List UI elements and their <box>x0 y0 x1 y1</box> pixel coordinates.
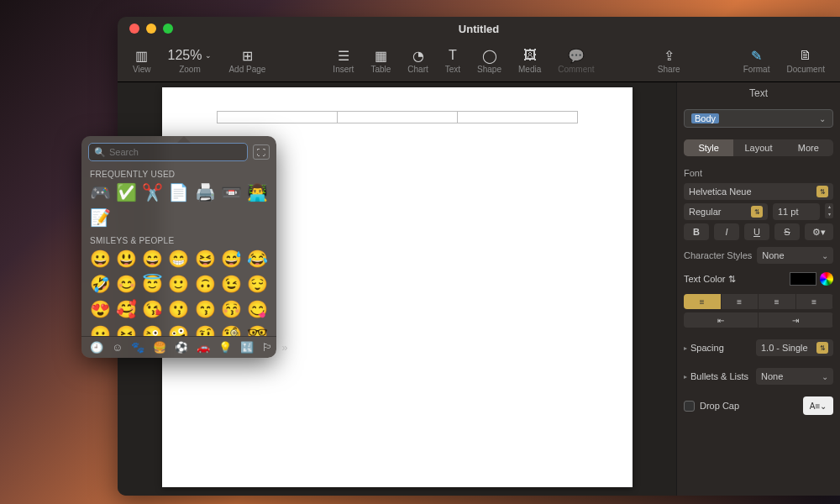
tab-symbols-icon[interactable]: 🔣 <box>240 341 254 354</box>
bold-button[interactable]: B <box>684 223 709 240</box>
drop-cap-checkbox[interactable] <box>684 401 695 412</box>
tab-travel-icon[interactable]: 🚗 <box>197 341 210 354</box>
text-color-swatch[interactable] <box>790 272 816 286</box>
tab-activity-icon[interactable]: ⚽ <box>175 341 188 354</box>
emoji-item[interactable]: 🤓 <box>247 324 268 336</box>
tab-recent-icon[interactable]: 🕘 <box>90 341 103 354</box>
character-styles-select[interactable]: None ⌄ <box>757 247 833 264</box>
emoji-item[interactable]: 📄 <box>168 182 189 202</box>
font-size-stepper[interactable]: ▴▾ <box>825 203 833 218</box>
spacing-select[interactable]: 1.0 - Single ⇅ <box>756 339 833 356</box>
font-size-field[interactable]: 11 pt <box>773 203 820 220</box>
emoji-item[interactable]: 🙃 <box>195 274 216 294</box>
chart-button[interactable]: ◔ Chart <box>399 48 436 74</box>
emoji-item[interactable]: 😂 <box>247 249 268 269</box>
emoji-item[interactable]: ✅ <box>116 182 137 202</box>
emoji-item[interactable]: 🖨️ <box>195 182 216 202</box>
emoji-search-field[interactable]: 🔍 <box>88 143 248 161</box>
emoji-item[interactable]: 😆 <box>195 249 216 269</box>
tab-animals-icon[interactable]: 🐾 <box>131 341 144 354</box>
document-table[interactable] <box>217 111 578 123</box>
align-left-button[interactable]: ≡ <box>684 294 722 309</box>
shape-button[interactable]: ◯ Shape <box>469 48 510 74</box>
emoji-item[interactable]: 😌 <box>247 274 268 294</box>
emoji-item[interactable]: 😀 <box>90 249 111 269</box>
font-weight-select[interactable]: Regular ⇅ <box>684 203 768 220</box>
emoji-item[interactable]: 😗 <box>168 299 189 319</box>
emoji-search-input[interactable] <box>109 147 242 157</box>
underline-button[interactable]: U <box>744 223 769 240</box>
drop-cap-style-select[interactable]: A≡ ⌄ <box>803 396 833 415</box>
emoji-item[interactable]: 😇 <box>142 274 163 294</box>
italic-button[interactable]: I <box>714 223 739 240</box>
emoji-item[interactable]: 😚 <box>221 299 242 319</box>
strikethrough-button[interactable]: S <box>774 223 800 240</box>
tab-style[interactable]: Style <box>684 139 733 156</box>
tab-more[interactable]: More <box>784 139 833 156</box>
text-button[interactable]: T Text <box>437 48 469 74</box>
emoji-item[interactable]: 😅 <box>221 249 242 269</box>
emoji-item[interactable]: 😋 <box>247 299 268 319</box>
outdent-button[interactable]: ⇤ <box>684 312 759 328</box>
emoji-item[interactable]: 😛 <box>90 324 111 336</box>
emoji-item[interactable]: 🤣 <box>90 274 111 294</box>
font-family-select[interactable]: Helvetica Neue ⇅ <box>684 183 833 200</box>
expand-picker-button[interactable]: ⛶ <box>253 144 270 160</box>
align-center-button[interactable]: ≡ <box>722 294 759 309</box>
table-button[interactable]: ▦ Table <box>362 48 399 74</box>
emoji-item[interactable]: ✂️ <box>142 182 163 202</box>
indent-button[interactable]: ⇥ <box>759 312 833 328</box>
advanced-font-button[interactable]: ⚙︎▾ <box>805 223 833 240</box>
bullets-select[interactable]: None ⌄ <box>756 368 833 385</box>
document-button[interactable]: 🗎 Document <box>778 48 833 74</box>
comment-icon: 💬 <box>568 48 585 63</box>
emoji-item[interactable]: 🥰 <box>116 299 137 319</box>
bullets-disclosure[interactable]: ▸ Bullets & Lists None ⌄ <box>684 368 833 385</box>
add-page-button[interactable]: ⊞ Add Page <box>220 48 274 74</box>
paragraph-style-select[interactable]: Body ⌄ <box>684 109 833 128</box>
insert-button[interactable]: ☰ Insert <box>324 48 362 74</box>
emoji-item[interactable]: 😙 <box>195 299 216 319</box>
emoji-item[interactable]: 📝 <box>90 207 111 228</box>
emoji-item[interactable]: 🤨 <box>195 324 216 336</box>
tab-objects-icon[interactable]: 💡 <box>218 341 232 354</box>
emoji-item[interactable]: 😘 <box>142 299 163 319</box>
emoji-item[interactable]: 📼 <box>221 182 242 202</box>
tab-layout[interactable]: Layout <box>733 139 783 156</box>
smileys-people-label: SMILEYS & PEOPLE <box>81 233 276 247</box>
emoji-item[interactable]: 😄 <box>142 249 163 269</box>
emoji-item[interactable]: 😍 <box>90 299 111 319</box>
emoji-item[interactable]: 🙂 <box>168 274 189 294</box>
chevron-down-icon: ⌄ <box>822 251 828 260</box>
view-button[interactable]: ▥ View <box>124 48 160 74</box>
inspector-tabs[interactable]: Style Layout More <box>684 139 833 156</box>
window-title: Untitled <box>118 23 840 35</box>
spacing-disclosure[interactable]: ▸ Spacing 1.0 - Single ⇅ <box>684 339 833 356</box>
tab-smileys-icon[interactable]: ☺ <box>112 341 123 354</box>
emoji-item[interactable]: 🎮 <box>90 182 111 202</box>
share-button[interactable]: ⇪ Share <box>649 48 689 74</box>
tab-flags-icon[interactable]: 🏳 <box>262 341 273 354</box>
chevron-down-icon: ⌄ <box>819 114 826 123</box>
media-button[interactable]: 🖼 Media <box>510 48 549 74</box>
align-justify-button[interactable]: ≡ <box>796 294 834 309</box>
document-icon: 🗎 <box>799 48 812 63</box>
tab-more-icon[interactable]: » <box>281 341 287 354</box>
emoji-item[interactable]: 🤪 <box>168 324 189 336</box>
smileys-people-grid: 😀😃😄😁😆😅😂🤣😊😇🙂🙃😉😌😍🥰😘😗😙😚😋😛😝😜🤪🤨🧐🤓 <box>81 247 276 336</box>
emoji-item[interactable]: 🧐 <box>221 324 242 336</box>
format-button[interactable]: ✎ Format <box>735 48 779 74</box>
emoji-item[interactable]: 😜 <box>142 324 163 336</box>
emoji-item[interactable]: 😝 <box>116 324 137 336</box>
color-wheel-button[interactable] <box>820 272 833 286</box>
zoom-menu[interactable]: 125%⌄ Zoom <box>160 48 221 74</box>
comment-button[interactable]: 💬 Comment <box>549 48 602 74</box>
emoji-item[interactable]: 😉 <box>221 274 242 294</box>
tab-food-icon[interactable]: 🍔 <box>153 341 166 354</box>
align-right-button[interactable]: ≡ <box>759 294 796 309</box>
emoji-item[interactable]: 😁 <box>168 249 189 269</box>
emoji-item[interactable]: 😊 <box>116 274 137 294</box>
emoji-item[interactable]: 👨‍💻 <box>247 182 268 202</box>
titlebar: Untitled <box>118 17 840 40</box>
emoji-item[interactable]: 😃 <box>116 249 137 269</box>
